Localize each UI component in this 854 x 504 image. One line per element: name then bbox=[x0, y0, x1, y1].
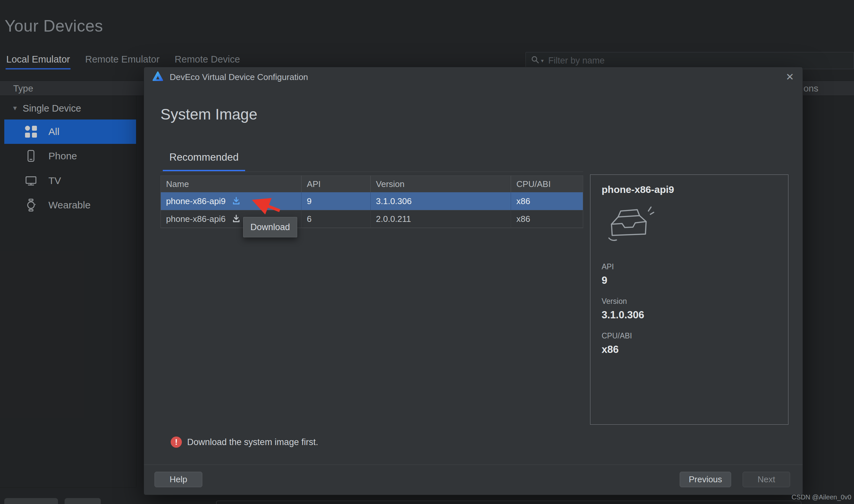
next-button[interactable]: Next bbox=[743, 472, 790, 487]
tab-recommended[interactable]: Recommended bbox=[163, 151, 245, 171]
system-image-heading: System Image bbox=[160, 105, 257, 123]
details-api-label: API bbox=[602, 263, 777, 271]
table-header-row: Name API Version CPU/ABI bbox=[161, 176, 583, 192]
download-icon[interactable] bbox=[232, 197, 241, 206]
download-icon[interactable] bbox=[232, 214, 241, 223]
dialog-title: DevEco Virtual Device Configuration bbox=[170, 72, 308, 82]
error-icon: ! bbox=[171, 436, 182, 448]
details-version-value: 3.1.0.306 bbox=[602, 309, 777, 321]
header-version: Version bbox=[371, 176, 511, 192]
empty-inbox-sketch-icon bbox=[602, 201, 777, 252]
validation-message-row: ! Download the system image first. bbox=[171, 434, 318, 450]
header-cpu-abi: CPU/ABI bbox=[511, 176, 583, 192]
dialog-titlebar: DevEco Virtual Device Configuration ✕ bbox=[144, 67, 803, 87]
tab-baseline bbox=[160, 172, 583, 172]
image-details-panel: phone-x86-api9 API 9 Version 3.1.0.306 C… bbox=[590, 175, 788, 425]
error-message: Download the system image first. bbox=[187, 437, 318, 447]
details-title: phone-x86-api9 bbox=[602, 184, 777, 195]
system-image-table: Name API Version CPU/ABI phone-x86-api9 … bbox=[160, 176, 583, 228]
details-cpu-abi-value: x86 bbox=[602, 344, 777, 356]
previous-button[interactable]: Previous bbox=[680, 472, 731, 487]
deveco-logo-icon bbox=[152, 70, 164, 84]
close-icon[interactable]: ✕ bbox=[786, 71, 794, 83]
table-row-phone-x86-api6[interactable]: phone-x86-api6 6 2.0.0.211 x86 bbox=[161, 210, 583, 228]
details-cpu-abi-label: CPU/ABI bbox=[602, 331, 777, 340]
details-api-value: 9 bbox=[602, 274, 777, 286]
download-tooltip: Download bbox=[243, 217, 297, 237]
header-api: API bbox=[301, 176, 371, 192]
header-name: Name bbox=[161, 176, 301, 192]
watermark-text: CSDN @Aileen_0v0 bbox=[792, 493, 852, 501]
table-row-phone-x86-api9[interactable]: phone-x86-api9 9 3.1.0.306 x86 bbox=[161, 192, 583, 210]
help-button[interactable]: Help bbox=[155, 472, 202, 487]
virtual-device-configuration-dialog: DevEco Virtual Device Configuration ✕ Sy… bbox=[144, 67, 803, 495]
details-version-label: Version bbox=[602, 297, 777, 306]
footer-divider bbox=[144, 465, 803, 465]
